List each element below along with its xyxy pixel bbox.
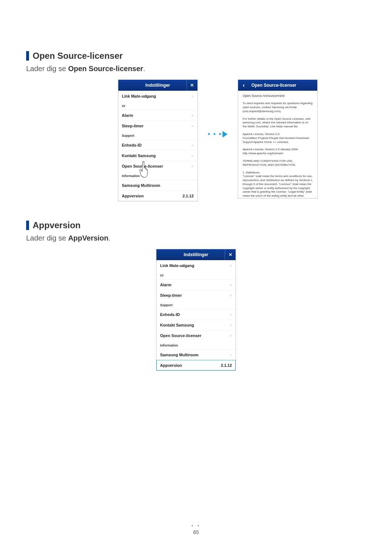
desc-suffix: . <box>109 234 111 242</box>
settings-header-title: Indstillinger <box>184 252 208 257</box>
enheds-id-label: Enheds-ID <box>160 312 180 317</box>
list-item-samsung-multiroom[interactable]: Samsung Multiroom > <box>156 349 236 360</box>
list-item-sleep-timer[interactable]: Sleep-timer > <box>156 290 236 300</box>
section-support: Support <box>118 131 197 140</box>
samsung-multiroom-label: Samsung Multiroom <box>160 353 199 357</box>
settings-screen-2: Indstillinger ✕ Link Mate-udgang > Ur Al… <box>156 249 236 371</box>
license-p6: 1. Definitions. "License" shall mean the… <box>242 171 313 198</box>
list-item-enheds-id[interactable]: Enheds-ID > <box>118 140 197 150</box>
page-footer: • • 65 <box>0 523 392 535</box>
settings-header: Indstillinger ✕ <box>156 249 236 260</box>
detail-header-title: Open Source-licenser <box>251 83 296 88</box>
license-p5: TERMS AND CONDITIONS FOR USE, REPRODUCTI… <box>242 159 313 167</box>
list-item-link-mate[interactable]: Link Mate-udgang > <box>156 260 236 271</box>
list-item-appversion[interactable]: Appversion 2.1.12 <box>118 190 197 201</box>
close-x-glyph: ✕ <box>229 252 232 257</box>
settings-screen-1: Indstillinger ✕ Link Mate-udgang > Ur Al… <box>118 79 198 201</box>
arrow-right-icon <box>222 131 228 138</box>
chevron-right-icon: > <box>230 263 232 268</box>
kontakt-samsung-label: Kontakt Samsung <box>122 153 156 158</box>
section-support: Support <box>156 300 236 309</box>
chevron-right-icon: > <box>230 333 232 338</box>
chevron-right-icon: > <box>230 312 232 317</box>
list-item-samsung-multiroom[interactable]: Samsung Multiroom <box>118 180 197 190</box>
chevron-right-icon: > <box>191 164 193 168</box>
list-item-appversion[interactable]: Appversion 2.1.12 <box>156 360 236 370</box>
close-icon[interactable]: ✕ <box>187 80 197 91</box>
list-item-enheds-id[interactable]: Enheds-ID > <box>156 309 236 320</box>
license-p4: Apache License, Version 2.0 January 2004… <box>242 148 313 156</box>
license-announcement: Open Source Announcement <box>242 94 313 98</box>
appversion-label: Appversion <box>122 194 144 198</box>
alarm-label: Alarm <box>122 113 133 118</box>
appversion-value: 2.1.12 <box>221 363 232 368</box>
chevron-right-icon: > <box>191 153 193 158</box>
list-item-alarm[interactable]: Alarm > <box>118 110 197 120</box>
list-item-open-source[interactable]: Open Source-licenser > <box>118 161 197 171</box>
settings-header-title: Indstillinger <box>146 83 170 88</box>
close-x-glyph: ✕ <box>190 83 194 88</box>
desc-bold: Open Source-licenser <box>68 65 143 73</box>
heading-bar <box>26 51 29 61</box>
sleep-timer-label: Sleep-timer <box>122 124 144 128</box>
arrow-dots: • • • <box>208 130 222 138</box>
open-source-label: Open Source-licenser <box>160 333 201 338</box>
desc-bold: AppVersion <box>68 234 109 242</box>
heading-title: Open Source-licenser <box>33 51 123 61</box>
list-item-kontakt-samsung[interactable]: Kontakt Samsung > <box>156 320 236 330</box>
kontakt-samsung-label: Kontakt Samsung <box>160 323 194 327</box>
heading-open-source: Open Source-licenser <box>26 51 366 61</box>
list-item-link-mate[interactable]: Link Mate-udgang > <box>118 91 197 101</box>
open-source-label: Open Source-licenser <box>122 164 163 168</box>
chevron-right-icon: > <box>191 94 193 98</box>
license-p3: Apache License, Version 2.0 Foundation P… <box>242 132 313 144</box>
section-ur: Ur <box>118 101 197 110</box>
license-p1: To send inquiries and requests for quest… <box>242 102 313 113</box>
appversion-label: Appversion <box>160 363 182 368</box>
list-item-alarm[interactable]: Alarm > <box>156 279 236 290</box>
back-icon[interactable]: ‹ <box>238 80 249 91</box>
chevron-right-icon: > <box>230 283 232 287</box>
section-information: Information <box>118 171 197 180</box>
chevron-right-icon: > <box>230 293 232 297</box>
section-information: Information <box>156 341 236 349</box>
step-arrow: • • • <box>208 130 228 138</box>
heading-desc: Lader dig se Open Source-licenser. <box>26 65 366 73</box>
detail-header: ‹ Open Source-licenser <box>238 80 317 91</box>
heading-appversion: Appversion <box>26 220 366 230</box>
chevron-right-icon: > <box>191 143 193 147</box>
footer-dots: • • <box>191 523 201 529</box>
alarm-label: Alarm <box>160 283 171 287</box>
desc-suffix: . <box>143 65 145 73</box>
chevron-right-icon: > <box>191 113 193 118</box>
license-text-body[interactable]: Open Source Announcement To send inquiri… <box>238 91 317 198</box>
license-p2: For further details of the Open Source L… <box>242 117 313 129</box>
sleep-timer-label: Sleep-timer <box>160 293 182 297</box>
chevron-right-icon: > <box>230 353 232 357</box>
open-source-detail-screen: ‹ Open Source-licenser Open Source Annou… <box>238 79 318 198</box>
desc-prefix: Lader dig se <box>26 65 68 73</box>
page-number: 65 <box>193 529 199 535</box>
appversion-value: 2.1.12 <box>183 194 194 198</box>
link-mate-label: Link Mate-udgang <box>122 94 156 98</box>
link-mate-label: Link Mate-udgang <box>160 263 194 268</box>
desc-prefix: Lader dig se <box>26 234 68 242</box>
enheds-id-label: Enheds-ID <box>122 143 142 147</box>
heading-title: Appversion <box>33 220 81 230</box>
list-item-open-source[interactable]: Open Source-licenser > <box>156 330 236 341</box>
chevron-right-icon: > <box>230 323 232 327</box>
list-item-sleep-timer[interactable]: Sleep-timer > <box>118 120 197 131</box>
close-icon[interactable]: ✕ <box>225 249 236 260</box>
chevron-right-icon: > <box>191 124 193 128</box>
section-ur: Ur <box>156 271 236 279</box>
samsung-multiroom-label: Samsung Multiroom <box>122 183 160 188</box>
heading-bar <box>26 221 29 230</box>
settings-header: Indstillinger ✕ <box>118 80 197 91</box>
heading2-desc: Lader dig se AppVersion. <box>26 234 366 242</box>
list-item-kontakt-samsung[interactable]: Kontakt Samsung > <box>118 150 197 161</box>
